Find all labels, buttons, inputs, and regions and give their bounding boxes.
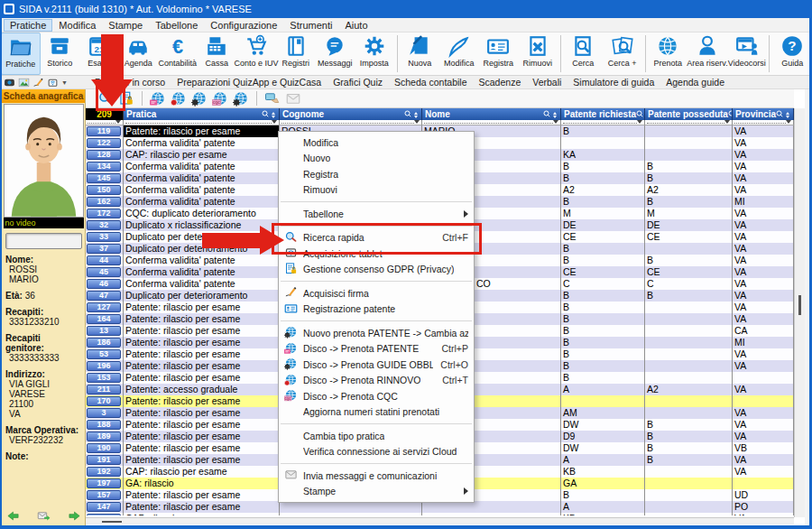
filter-cell[interactable] [124, 120, 280, 125]
row-number-cell[interactable]: 134 [86, 161, 124, 172]
context-menu-item-gestione-consenso-gdpr-privacy[interactable]: Gestione consenso GDPR (Privacy) [279, 262, 474, 278]
toolbar-button-pratiche[interactable]: Pratiche [1, 32, 41, 75]
column-sort-icon[interactable] [776, 110, 790, 118]
globe-card-icon[interactable] [150, 90, 166, 107]
tab-verbali[interactable]: Verbali [532, 77, 561, 88]
row-number-cell[interactable]: 37 [86, 243, 124, 255]
row-number-cell[interactable]: 13 [86, 325, 124, 337]
toolbar-button-prenota[interactable]: Prenota [648, 32, 687, 75]
globe-gear-icon[interactable] [191, 90, 208, 107]
context-menu-item-nuovo[interactable]: Nuovo [279, 151, 474, 167]
row-number-cell[interactable]: 128 [86, 149, 124, 161]
row-number-cell[interactable]: 189 [86, 431, 124, 442]
context-menu-item-disco-prenota-patente[interactable]: Disco -> Prenota PATENTECtrl+P [279, 341, 474, 357]
row-number-cell[interactable]: 46 [86, 278, 124, 290]
context-menu-item-registrazione-patente[interactable]: Registrazione patente [279, 302, 474, 318]
menu-modifica[interactable]: Modifica [52, 19, 102, 32]
row-number-cell[interactable]: 127 [86, 302, 124, 313]
row-number-cell[interactable]: 145 [86, 172, 124, 184]
caret-down-icon[interactable]: ▼ [61, 79, 68, 86]
context-menu-item-disco-prenota-rinnovo[interactable]: Disco -> Prenota RINNOVOCtrl+T [279, 373, 474, 389]
context-menu-item-cambia-tipo-pratica[interactable]: Cambia tipo pratica [279, 428, 474, 444]
toolbar-button-area-riserv-[interactable]: Area riserv. [687, 32, 727, 75]
row-number-cell[interactable]: 32 [86, 219, 124, 231]
row-number-cell[interactable]: 191 [86, 454, 124, 466]
context-menu-item-invia-messaggi-e-comunicazioni[interactable]: Invia messaggi e comunicazioni [279, 468, 474, 484]
toolbar-button-agenda[interactable]: Agenda [119, 32, 159, 75]
toolbar-button-cassa[interactable]: Cassa [198, 32, 237, 75]
tab-agenda-guide[interactable]: Agenda guide [666, 77, 724, 88]
column-sort-icon[interactable] [404, 110, 419, 118]
filter-cell[interactable] [561, 120, 645, 125]
toolbar-button-videocorsi[interactable]: Videocorsi [727, 32, 767, 75]
context-menu-item-nuovo-prenota-patente-cambia-a[interactable]: Nuovo prenota PATENTE -> Cambia azione r… [279, 325, 474, 341]
globe-cqc-icon[interactable]: CQC [212, 90, 228, 107]
row-number-cell[interactable]: 172 [86, 208, 124, 219]
row-number-cell[interactable]: 164 [86, 313, 124, 325]
tab-simulatore-di-guida[interactable]: Simulatore di guida [573, 77, 654, 88]
row-number-cell[interactable]: 122 [86, 137, 124, 149]
toolbar-button-rimuovi[interactable]: Rimuovi [518, 32, 558, 75]
filter-cell[interactable] [422, 120, 561, 125]
toolbar-button-cerca-[interactable]: Cerca + [603, 32, 642, 75]
context-menu-item-disco-prenota-guide-obbligator[interactable]: Disco -> Prenota GUIDE OBBLIGATORIECtrl+… [279, 357, 474, 373]
menu-strumenti[interactable]: Strumenti [283, 19, 338, 32]
menu-configurazione[interactable]: Configurazione [204, 19, 283, 32]
context-menu-item-registra[interactable]: Registra [279, 166, 474, 182]
toolbar-button-nuova[interactable]: Nuova [401, 32, 440, 75]
column-header-nome[interactable]: Nome [422, 108, 561, 120]
row-number-cell[interactable]: 196 [86, 360, 124, 372]
row-number-cell[interactable]: 3 [86, 407, 124, 419]
context-menu-item-acquisisci-firma[interactable]: Acquisisci firma [279, 285, 474, 302]
column-sort-icon[interactable] [543, 110, 558, 118]
row-number-cell[interactable]: 47 [86, 290, 124, 302]
context-menu-item-tabellone[interactable]: Tabellone [279, 206, 474, 222]
tab-grafici-quiz[interactable]: Grafici Quiz [333, 77, 383, 88]
row-number-cell[interactable]: 45 [86, 266, 124, 278]
vertical-scrollbar-thumb[interactable] [798, 295, 801, 315]
column-header-provincia[interactable]: Provincia [733, 108, 794, 120]
sidebar-input[interactable] [5, 233, 82, 249]
horizontal-scrollbar[interactable] [86, 517, 794, 524]
menu-aiuto[interactable]: Aiuto [338, 19, 374, 32]
context-menu-item-modifica[interactable]: Modifica [279, 135, 474, 151]
arrow-left-icon[interactable] [6, 509, 20, 523]
row-number-cell[interactable]: 211 [86, 384, 124, 395]
toolbar-button-conto-e-iuv[interactable]: Conto e IUV [236, 32, 276, 75]
toolbar-button-imposta[interactable]: Imposta [355, 32, 394, 75]
filter-cell[interactable] [280, 120, 422, 125]
tab-scheda-contabile[interactable]: Scheda contabile [394, 77, 467, 88]
column-header-cognome[interactable]: Cognome [280, 108, 422, 120]
row-number-cell[interactable]: 53 [86, 348, 124, 360]
row-number-cell[interactable]: 186 [86, 337, 124, 348]
arrow-right-icon[interactable] [68, 509, 81, 523]
globe-gear-icon[interactable] [233, 90, 249, 107]
horizontal-scrollbar-thumb[interactable] [102, 521, 122, 523]
row-number-cell[interactable]: 150 [86, 184, 124, 196]
toolbar-button-modifica[interactable]: Modifica [439, 32, 479, 75]
row-number-cell[interactable]: 162 [86, 196, 124, 208]
menu-tabellone[interactable]: Tabellone [149, 19, 204, 32]
vertical-scrollbar[interactable] [794, 108, 805, 517]
filter-cell[interactable] [86, 120, 124, 125]
toolbar-button-guida[interactable]: ?Guida [772, 32, 812, 75]
row-number-cell[interactable]: 170 [86, 395, 124, 407]
column-header-pratica[interactable]: Pratica [124, 108, 280, 120]
mail-icon[interactable] [285, 90, 301, 107]
context-menu-item-aggiorna-numeri-statini-prenot[interactable]: Aggiorna numeri statini prenotati [279, 404, 474, 421]
context-menu-item-rimuovi[interactable]: Rimuovi [279, 182, 474, 199]
row-number-cell[interactable]: 188 [86, 419, 124, 431]
tab-scadenze[interactable]: Scadenze [479, 77, 521, 88]
column-header-patente-richiesta[interactable]: Patente richiesta [561, 108, 645, 120]
context-menu-item-disco-prenota-cqc[interactable]: CQCDisco -> Prenota CQC [279, 388, 474, 404]
row-number-cell[interactable]: 44 [86, 255, 124, 266]
table-row[interactable]: 203CAP: rilascio per esameKBVA [86, 513, 794, 515]
row-number-cell[interactable]: 190 [86, 442, 124, 454]
row-number-cell[interactable]: 33 [86, 231, 124, 243]
context-menu-item-verifica-connessione-ai-serviz[interactable]: Verifica connessione ai servizi Cloud [279, 444, 474, 460]
toolbar-button-registri[interactable]: Registri [276, 32, 316, 75]
menu-stampe[interactable]: Stampe [102, 19, 149, 32]
globe-dot-icon[interactable] [171, 90, 187, 107]
context-menu-item-stampe[interactable]: Stampe [279, 484, 474, 500]
toolbar-button-contabilit-[interactable]: €Contabilità [158, 32, 198, 75]
